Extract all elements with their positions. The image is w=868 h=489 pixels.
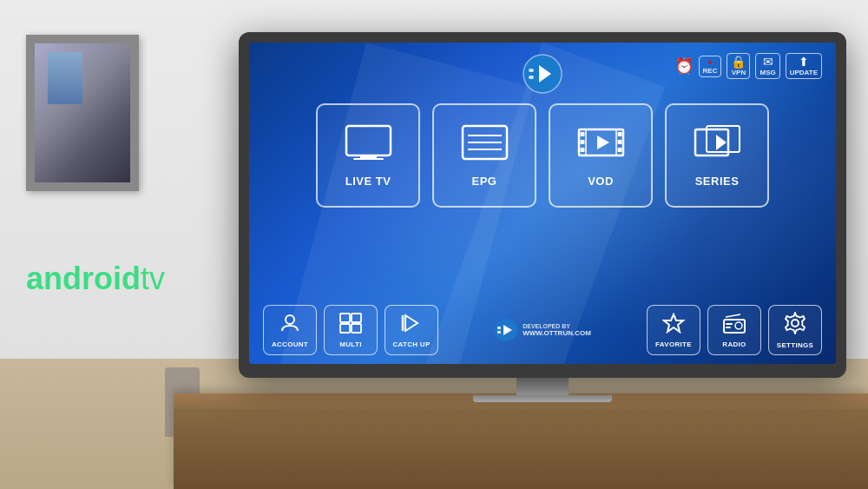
bottom-account[interactable]: ACCOUNT	[263, 305, 317, 355]
bottom-right-menu: FAVORITE RADIO	[647, 305, 822, 355]
epg-icon	[461, 124, 509, 166]
brand-logo-small	[494, 318, 518, 342]
account-icon	[279, 313, 300, 337]
tv-text: tv	[141, 261, 165, 297]
svg-rect-4	[360, 155, 377, 158]
catchup-icon	[401, 313, 422, 337]
svg-rect-33	[497, 331, 501, 334]
series-label: SERIES	[695, 175, 740, 188]
bottom-left-menu: ACCOUNT MULTI	[263, 305, 438, 355]
bottom-bar: ACCOUNT MULTI	[249, 305, 836, 355]
vod-icon	[577, 124, 625, 166]
svg-rect-1	[529, 69, 534, 72]
menu-item-vod[interactable]: VOD	[549, 103, 653, 208]
series-icon	[694, 124, 741, 166]
alarm-icon: ⏰	[674, 58, 694, 74]
picture-content	[35, 43, 130, 182]
status-icons-bar: ⏰ ● REC 🔒 VPN ✉ MSG ⬆ UPDATE	[674, 53, 822, 79]
update-icon: ⬆ UPDATE	[786, 53, 822, 79]
main-menu: LIVE TV EPG	[316, 103, 769, 208]
svg-rect-14	[580, 140, 584, 144]
settings-label: SETTINGS	[777, 341, 813, 349]
svg-rect-25	[352, 314, 361, 322]
bottom-center-branding: DEVELOPED BY WWW.OTTRUN.COM	[438, 318, 647, 342]
msg-icon: ✉ MSG	[755, 53, 779, 79]
menu-item-series[interactable]: SERIES	[665, 103, 769, 208]
svg-rect-32	[497, 327, 501, 329]
svg-rect-16	[617, 132, 621, 136]
menu-item-epg[interactable]: EPG	[432, 103, 536, 208]
svg-rect-13	[580, 132, 584, 136]
svg-rect-24	[340, 314, 350, 322]
live-tv-label: LIVE TV	[345, 175, 391, 188]
vod-label: VOD	[588, 175, 614, 188]
desk	[174, 393, 868, 489]
multi-label: MULTI	[339, 340, 361, 348]
android-tv-logo: androidtv	[26, 261, 165, 297]
svg-point-40	[792, 320, 799, 327]
rec-icon: ● REC	[699, 56, 722, 77]
bottom-catchup[interactable]: CATCH UP	[385, 305, 438, 355]
svg-point-23	[286, 315, 294, 324]
tv-screen: ⏰ ● REC 🔒 VPN ✉ MSG ⬆ UPDATE	[249, 43, 836, 364]
svg-rect-17	[617, 140, 621, 144]
svg-rect-38	[726, 323, 733, 325]
bottom-radio[interactable]: RADIO	[707, 305, 761, 355]
favorite-label: FAVORITE	[655, 340, 692, 348]
live-tv-icon	[345, 124, 392, 166]
catchup-label: CATCH UP	[392, 340, 430, 348]
tv-stand: ⏰ ● REC 🔒 VPN ✉ MSG ⬆ UPDATE	[217, 32, 868, 402]
svg-line-37	[726, 314, 740, 317]
account-label: ACCOUNT	[272, 340, 308, 348]
svg-marker-28	[405, 315, 418, 331]
svg-rect-39	[726, 327, 731, 328]
android-text: android	[26, 263, 141, 294]
bottom-settings[interactable]: SETTINGS	[768, 305, 822, 355]
bottom-favorite[interactable]: FAVORITE	[647, 305, 700, 355]
svg-marker-34	[664, 314, 683, 332]
stand-neck	[516, 378, 569, 395]
svg-rect-3	[346, 126, 391, 155]
svg-rect-18	[617, 148, 621, 152]
svg-rect-5	[353, 158, 384, 160]
svg-rect-2	[529, 76, 534, 79]
brand-line1: DEVELOPED BY	[523, 323, 591, 329]
bottom-multi[interactable]: MULTI	[324, 305, 378, 355]
picture-frame	[26, 35, 139, 191]
epg-label: EPG	[472, 175, 497, 188]
radio-icon	[723, 313, 746, 337]
brand-line2: WWW.OTTRUN.COM	[523, 329, 591, 337]
svg-rect-15	[580, 148, 584, 152]
tv-body: ⏰ ● REC 🔒 VPN ✉ MSG ⬆ UPDATE	[239, 32, 846, 378]
svg-rect-26	[340, 324, 350, 333]
settings-icon	[784, 312, 806, 338]
multi-icon	[339, 313, 362, 337]
favorite-icon	[662, 313, 685, 337]
stand-base	[473, 395, 612, 402]
app-logo	[522, 53, 563, 98]
svg-marker-22	[716, 135, 727, 150]
svg-point-36	[735, 322, 742, 329]
svg-marker-19	[597, 135, 609, 149]
vpn-icon: 🔒 VPN	[727, 53, 750, 79]
menu-item-live-tv[interactable]: LIVE TV	[316, 103, 420, 208]
radio-label: RADIO	[722, 340, 746, 348]
svg-rect-27	[352, 324, 361, 333]
